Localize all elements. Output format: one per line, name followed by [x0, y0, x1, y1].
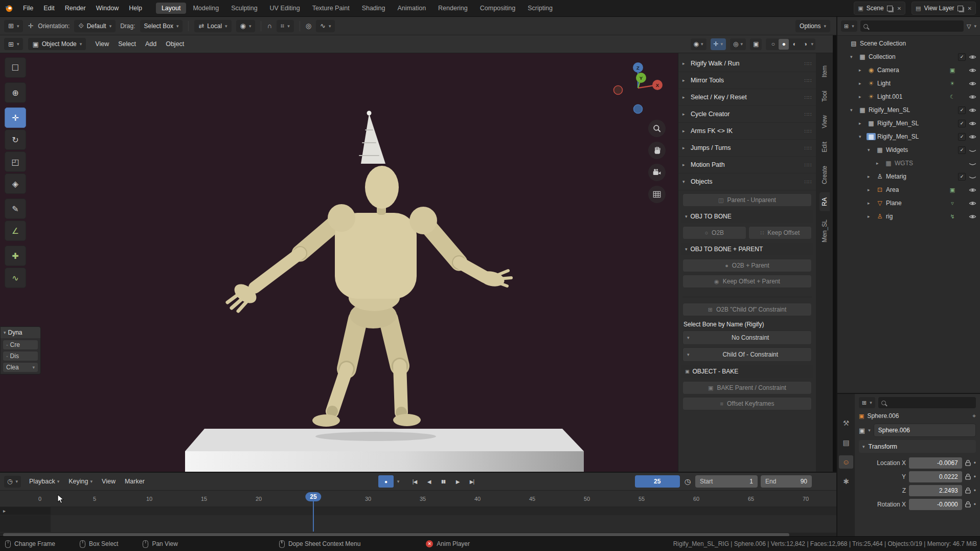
workspace-tab[interactable]: Scripting: [522, 3, 558, 14]
view-layer-selector[interactable]: ▤ View Layer ✕: [911, 2, 976, 15]
animate-dot-icon[interactable]: •: [974, 501, 976, 508]
npanel-tab[interactable]: Create: [819, 161, 830, 189]
drag-handle-icon[interactable]: [804, 61, 812, 67]
outliner-row[interactable]: ▸ ▦ Rigify_Men_SL: [837, 117, 980, 130]
workspace-tab[interactable]: UV Editing: [264, 3, 306, 14]
outliner-checkbox[interactable]: [958, 53, 966, 61]
tool-button[interactable]: ◈: [5, 173, 26, 194]
npanel-section-header[interactable]: ▸ Motion Path: [678, 157, 816, 173]
gizmo-minus-z-axis[interactable]: [634, 105, 643, 114]
expand-arrow-icon[interactable]: ▸: [868, 187, 875, 192]
npanel-tab[interactable]: View: [819, 110, 830, 134]
expand-arrow-icon[interactable]: ▸: [868, 174, 875, 179]
npanel-section-header[interactable]: ▾ Objects: [678, 173, 816, 190]
eye-icon[interactable]: [969, 107, 976, 113]
npanel-tab[interactable]: RA: [819, 192, 830, 211]
eye-icon[interactable]: [969, 94, 976, 100]
lock-icon[interactable]: [965, 473, 971, 480]
animate-dot-icon[interactable]: •: [974, 487, 976, 494]
object-name-field[interactable]: Sphere.006: [874, 424, 976, 437]
bake-checkbox-icon[interactable]: ▣: [685, 369, 690, 374]
pivot-point-dropdown[interactable]: ◉▾: [236, 20, 256, 32]
pin-icon[interactable]: ⌖: [972, 412, 976, 420]
outliner-row[interactable]: ▸ ☀ Light ☀: [837, 77, 980, 90]
tool-button[interactable]: ✛: [5, 107, 26, 128]
transform-value-field[interactable]: -0.0067: [909, 457, 962, 469]
drag-dropdown[interactable]: Select Box▾: [140, 20, 183, 32]
object-data-icon[interactable]: ▣: [859, 427, 865, 434]
viewport-menu-item[interactable]: Select: [114, 39, 140, 49]
outliner-row[interactable]: ▸ ♙ Metarig: [837, 170, 980, 183]
outliner-editor-type-button[interactable]: ⊞▾: [841, 20, 857, 32]
eye-icon[interactable]: [969, 68, 976, 73]
navigation-gizmo[interactable]: Z X Y: [609, 58, 667, 116]
filter-funnel-icon[interactable]: ▽: [967, 23, 971, 30]
pan-hand-button[interactable]: [648, 142, 666, 159]
frame-start-field[interactable]: Start1: [695, 475, 758, 488]
workspace-tab[interactable]: Rendering: [432, 3, 473, 14]
outliner-row[interactable]: ▾ ▦ Rigify_Men_SL: [837, 103, 980, 117]
menu-item[interactable]: Edit: [39, 3, 59, 13]
menu-item[interactable]: Help: [124, 3, 147, 13]
prev-keyframe-button[interactable]: ◀: [422, 475, 436, 488]
expand-arrow-icon[interactable]: ▾: [868, 147, 875, 152]
dyna-button[interactable]: ◦Dis: [3, 351, 38, 361]
shading-material-icon[interactable]: ◐: [789, 39, 800, 50]
expand-arrow-icon[interactable]: ▸: [859, 68, 867, 73]
shading-solid-icon[interactable]: ●: [779, 39, 789, 50]
channel-expand-arrow-icon[interactable]: ▸: [3, 508, 6, 514]
tool-button[interactable]: ↻: [5, 129, 26, 150]
npanel-tab[interactable]: Tool: [819, 85, 830, 107]
animate-dot-icon[interactable]: •: [974, 459, 976, 467]
bake-parent-constraint-button[interactable]: ▣ BAKE Parent / Constraint: [682, 381, 812, 394]
outliner-search[interactable]: [860, 20, 964, 32]
workspace-tab[interactable]: Texture Paint: [307, 3, 355, 14]
new-view-layer-icon[interactable]: [958, 6, 963, 11]
transform-value-field[interactable]: -0.0000: [909, 499, 962, 510]
lock-icon[interactable]: [965, 501, 971, 508]
auto-keying-button[interactable]: ●: [378, 475, 394, 488]
expand-arrow-icon[interactable]: ▸: [876, 161, 884, 166]
expand-arrow-icon[interactable]: ▸: [859, 81, 867, 86]
properties-tab[interactable]: ⚒: [839, 416, 853, 430]
drag-handle-icon[interactable]: [804, 162, 812, 168]
shading-rendered-icon[interactable]: ◑: [800, 39, 810, 50]
obj-to-bone-header[interactable]: ▾ OBJ TO BONE: [681, 210, 813, 223]
viewport-menu-item[interactable]: Add: [141, 39, 161, 49]
keep-offset-button[interactable]: ∷ Keep Offset: [748, 226, 812, 239]
workspace-tab[interactable]: Shading: [356, 3, 391, 14]
npanel-section-header[interactable]: ▸ Mirror Tools: [678, 72, 816, 89]
expand-arrow-icon[interactable]: ▸: [859, 94, 867, 99]
outliner-checkbox[interactable]: [958, 106, 966, 114]
eye-icon[interactable]: [969, 214, 976, 219]
timeline-menu-item[interactable]: Playback▾: [25, 476, 63, 487]
transform-pivot-dropdown[interactable]: ⇄ Local▾: [194, 20, 231, 32]
eye-icon[interactable]: [969, 161, 976, 166]
properties-search[interactable]: [878, 397, 976, 408]
properties-editor-type-button[interactable]: ⊞▾: [859, 397, 875, 408]
npanel-section-header[interactable]: ▸ Rigify Walk / Run: [678, 55, 816, 72]
menu-item[interactable]: Window: [92, 3, 123, 13]
expand-arrow-icon[interactable]: ▸: [868, 214, 875, 219]
outliner-checkbox[interactable]: [958, 120, 966, 127]
outliner-row[interactable]: ▾ ▦ Rigify_Men_SL: [837, 130, 980, 143]
eye-icon[interactable]: [969, 54, 976, 60]
no-constraint-dropdown[interactable]: ▾No Constraint: [682, 330, 812, 345]
outliner-row[interactable]: ▸ ◉ Camera ▣: [837, 63, 980, 77]
scene-selector[interactable]: ▣ Scene ✕: [854, 2, 905, 15]
npanel-tab[interactable]: Edit: [819, 137, 830, 158]
current-frame-field[interactable]: 25: [635, 475, 680, 488]
jump-to-start-button[interactable]: |◀: [408, 475, 421, 488]
workspace-tab[interactable]: Compositing: [474, 3, 521, 14]
keying-chevron-icon[interactable]: ▾: [397, 479, 400, 484]
timeline-menu-item[interactable]: View▾: [98, 476, 120, 487]
timeline-tracks[interactable]: ▸: [0, 507, 836, 532]
grid-ortho-button[interactable]: [648, 186, 666, 203]
eye-icon[interactable]: [969, 147, 976, 153]
properties-search-input[interactable]: [888, 399, 973, 407]
platform-mesh[interactable]: [185, 429, 584, 472]
editor-type-button[interactable]: ⊞▾: [4, 20, 23, 32]
outliner-row[interactable]: ▸ ☀ Light.001 ☾: [837, 90, 980, 103]
eye-icon[interactable]: [969, 134, 976, 140]
expand-arrow-icon[interactable]: ▾: [859, 134, 867, 139]
